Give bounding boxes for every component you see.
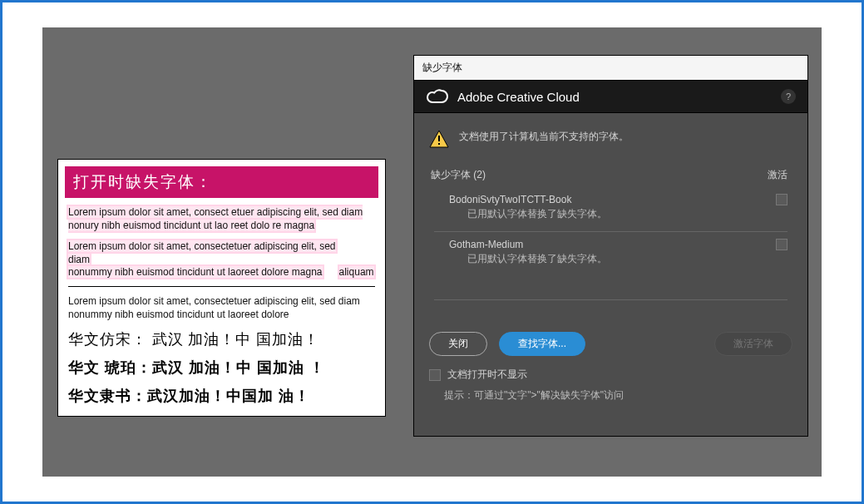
doc-paragraph-1: Lorem ipsum dolor sit amet, consect etue… (68, 206, 375, 232)
close-button[interactable]: 关闭 (429, 332, 487, 356)
font-name: Gotham-Medium (449, 239, 523, 250)
missing-fonts-header: 缺少字体 (2) (431, 168, 486, 182)
help-icon[interactable]: ? (781, 89, 796, 104)
creative-cloud-icon (426, 89, 449, 104)
font-name: BodoniSvtyTwoITCTT-Book (449, 194, 571, 205)
doc-title: 打开时缺失字体： (65, 166, 378, 198)
activate-fonts-button: 激活字体 (714, 332, 792, 356)
document-preview: 打开时缺失字体： Lorem ipsum dolor sit amet, con… (57, 159, 386, 417)
svg-rect-0 (438, 136, 440, 141)
doc-paragraph-3: Lorem ipsum dolor sit amet, consectetuer… (68, 295, 375, 321)
find-fonts-button[interactable]: 查找字体... (499, 332, 585, 356)
alert-text: 文档使用了计算机当前不支持的字体。 (459, 130, 629, 144)
missing-fonts-dialog: 缺少字体 Adobe Creative Cloud ? 文档使用了计算机当前不支… (413, 55, 808, 437)
activate-checkbox[interactable] (776, 194, 787, 205)
creative-cloud-bar: Adobe Creative Cloud ? (414, 81, 807, 113)
alert-row: 文档使用了计算机当前不支持的字体。 (414, 113, 807, 160)
hint-text: 提示：可通过"文字">"解决缺失字体"访问 (414, 388, 807, 436)
font-item: BodoniSvtyTwoITCTT-Book 已用默认字体替换了缺失字体。 (414, 189, 807, 230)
font-status: 已用默认字体替换了缺失字体。 (434, 207, 787, 230)
doc-paragraph-2: Lorem ipsum dolor sit amet, consectetuer… (68, 240, 375, 279)
activate-checkbox[interactable] (776, 239, 787, 250)
dont-show-checkbox[interactable] (429, 369, 441, 381)
app-canvas: 打开时缺失字体： Lorem ipsum dolor sit amet, con… (42, 27, 822, 477)
warning-icon (429, 130, 449, 148)
creative-cloud-label: Adobe Creative Cloud (457, 90, 580, 104)
font-item: Gotham-Medium 已用默认字体替换了缺失字体。 (414, 234, 807, 274)
activate-header: 激活 (768, 168, 787, 182)
svg-rect-1 (438, 143, 440, 145)
cjk-sample-fangsong: 华文仿宋： 武汉 加油！中 国加油！ (68, 329, 375, 349)
cjk-sample-hupo: 华文 琥珀：武汉 加油！中 国加油 ！ (68, 358, 375, 378)
cjk-sample-lishu: 华文隶书：武汉加油！中国加 油！ (68, 386, 375, 406)
dialog-title: 缺少字体 (414, 56, 807, 81)
font-status: 已用默认字体替换了缺失字体。 (434, 252, 787, 274)
dont-show-label: 文档打开时不显示 (447, 368, 527, 382)
